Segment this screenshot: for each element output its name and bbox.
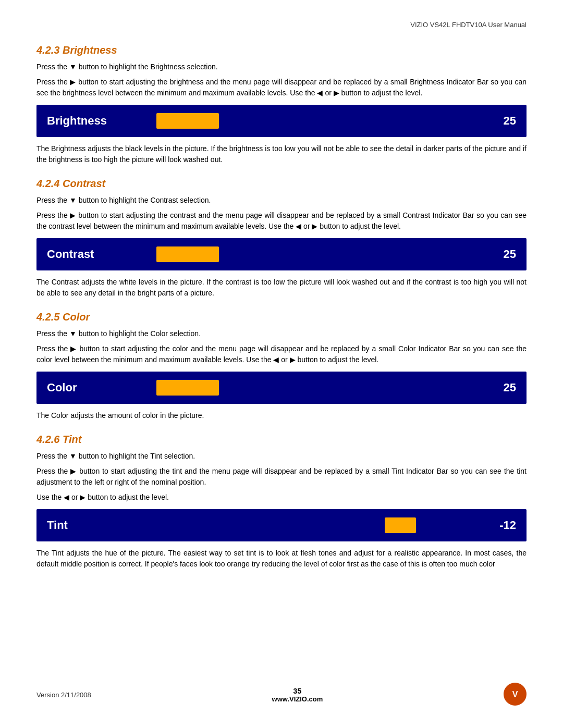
section-color: 4.2.5 Color Press the ▼ button to highli… xyxy=(36,311,527,421)
color-indicator-bar: Color 25 xyxy=(36,372,527,404)
tint-para2: Press the ▶ button to start adjusting th… xyxy=(36,466,527,488)
brightness-track xyxy=(151,113,490,129)
page-header: VIZIO VS42L FHDTV10A User Manual xyxy=(36,21,527,29)
brightness-bar-label: Brightness xyxy=(47,114,151,128)
color-bar-label: Color xyxy=(47,381,151,394)
manual-title: VIZIO VS42L FHDTV10A User Manual xyxy=(410,21,527,29)
color-value: 25 xyxy=(490,381,516,394)
section-tint: 4.2.6 Tint Press the ▼ button to highlig… xyxy=(36,434,527,570)
color-para2: Press the ▶ button to start adjusting th… xyxy=(36,343,527,365)
contrast-heading: 4.2.4 Contrast xyxy=(36,178,527,190)
page-footer: Version 2/11/2008 35 www.VIZIO.com V xyxy=(36,683,527,707)
tint-track xyxy=(151,517,490,533)
brightness-indicator-bar: Brightness 25 xyxy=(36,105,527,137)
contrast-para1: Press the ▼ button to highlight the Cont… xyxy=(36,195,527,206)
tint-fill xyxy=(385,517,416,533)
vizio-logo: V xyxy=(504,683,527,707)
contrast-fill xyxy=(156,246,219,262)
svg-text:V: V xyxy=(512,690,518,699)
brightness-value: 25 xyxy=(490,114,516,128)
tint-bar-label: Tint xyxy=(47,519,151,532)
brightness-desc: The Brightness adjusts the black levels … xyxy=(36,143,527,165)
color-heading: 4.2.5 Color xyxy=(36,311,527,323)
contrast-indicator-bar: Contrast 25 xyxy=(36,238,527,270)
vizio-logo-svg: V xyxy=(504,683,527,706)
brightness-heading: 4.2.3 Brightness xyxy=(36,44,527,56)
section-brightness: 4.2.3 Brightness Press the ▼ button to h… xyxy=(36,44,527,165)
footer-center: 35 www.VIZIO.com xyxy=(272,687,323,703)
contrast-desc: The Contrast adjusts the white levels in… xyxy=(36,277,527,299)
tint-para1: Press the ▼ button to highlight the Tint… xyxy=(36,451,527,462)
brightness-para1: Press the ▼ button to highlight the Brig… xyxy=(36,61,527,72)
contrast-value: 25 xyxy=(490,248,516,261)
brightness-para2: Press the ▶ button to start adjusting th… xyxy=(36,77,527,98)
color-fill xyxy=(156,380,219,396)
contrast-track xyxy=(151,246,490,262)
color-desc: The Color adjusts the amount of color in… xyxy=(36,410,527,421)
section-contrast: 4.2.4 Contrast Press the ▼ button to hig… xyxy=(36,178,527,299)
version-text: Version 2/11/2008 xyxy=(36,691,91,699)
website-text: www.VIZIO.com xyxy=(272,695,323,703)
contrast-bar-label: Contrast xyxy=(47,248,151,261)
page-number: 35 xyxy=(272,687,323,695)
color-track xyxy=(151,380,490,396)
tint-desc: The Tint adjusts the hue of the picture.… xyxy=(36,548,527,570)
brightness-fill xyxy=(156,113,219,129)
contrast-para2: Press the ▶ button to start adjusting th… xyxy=(36,210,527,232)
tint-value: -12 xyxy=(490,519,516,532)
color-para1: Press the ▼ button to highlight the Colo… xyxy=(36,328,527,339)
tint-heading: 4.2.6 Tint xyxy=(36,434,527,446)
tint-indicator-bar: Tint -12 xyxy=(36,509,527,541)
tint-para3: Use the ◀ or ▶ button to adjust the leve… xyxy=(36,492,527,503)
